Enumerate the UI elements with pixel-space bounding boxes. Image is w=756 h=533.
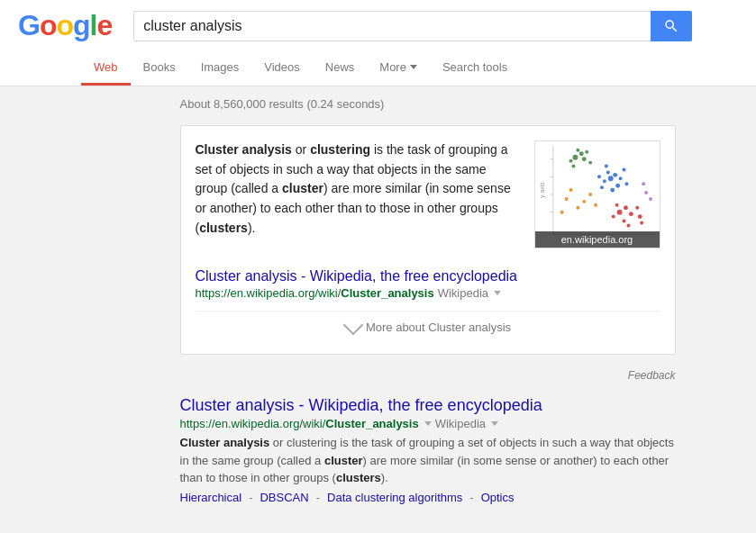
svg-point-43 [594, 203, 597, 207]
tab-videos[interactable]: Videos [251, 51, 313, 86]
result-snippet-1: Cluster analysis or clustering is the ta… [180, 434, 676, 487]
google-logo[interactable]: Google [18, 9, 112, 42]
sub-link-optics[interactable]: Optics [481, 491, 515, 504]
tab-more[interactable]: More [367, 51, 430, 86]
featured-link-url: https://en.wikipedia.org/wiki/Cluster_an… [196, 286, 660, 300]
svg-point-38 [588, 193, 592, 196]
feedback-label[interactable]: Feedback [180, 369, 676, 382]
svg-point-39 [576, 206, 579, 210]
featured-link-title[interactable]: Cluster analysis - Wikipedia, the free e… [196, 268, 660, 285]
result-sub-links: Hierarchical - DBSCAN - Data clustering … [180, 491, 676, 504]
svg-point-31 [622, 220, 625, 223]
featured-image: x axis y axis en.wikipedia.org [534, 140, 660, 248]
svg-point-16 [613, 173, 617, 177]
cluster-scatter-plot: x axis y axis en.wikipedia.org [534, 140, 660, 248]
svg-point-45 [649, 197, 652, 201]
svg-point-12 [571, 165, 575, 168]
svg-point-7 [572, 155, 578, 160]
svg-point-33 [615, 203, 618, 207]
svg-point-15 [607, 176, 613, 181]
svg-point-9 [569, 159, 572, 163]
chevron-down-icon [344, 323, 360, 332]
nav-tabs: Web Books Images Videos News More Search… [18, 51, 738, 86]
svg-point-17 [602, 179, 606, 183]
search-input[interactable] [133, 11, 651, 41]
svg-point-13 [585, 150, 588, 154]
svg-point-41 [569, 188, 572, 192]
svg-point-29 [611, 215, 615, 219]
featured-link: Cluster analysis - Wikipedia, the free e… [196, 259, 660, 300]
svg-point-40 [564, 197, 568, 201]
svg-point-18 [615, 184, 620, 188]
search-icon [663, 18, 679, 34]
svg-point-32 [635, 206, 639, 210]
svg-point-25 [597, 175, 601, 178]
svg-point-28 [624, 205, 628, 210]
image-caption: en.wikipedia.org [535, 231, 660, 248]
sub-link-data-clustering[interactable]: Data clustering algorithms [327, 491, 462, 504]
svg-point-19 [606, 170, 609, 174]
svg-point-42 [560, 211, 563, 214]
results-count: About 8,560,000 results (0.24 seconds) [81, 97, 676, 111]
svg-point-37 [582, 200, 586, 203]
result-url-dropdown-caret[interactable] [424, 421, 432, 426]
svg-point-20 [618, 176, 622, 180]
tab-images[interactable]: Images [188, 51, 252, 86]
tab-news[interactable]: News [313, 51, 368, 86]
more-about-button[interactable]: More about Cluster analysis [196, 311, 660, 339]
tab-web[interactable]: Web [81, 51, 131, 86]
svg-point-14 [588, 161, 592, 165]
result-1: Cluster analysis - Wikipedia, the free e… [180, 396, 676, 504]
svg-point-35 [626, 223, 630, 227]
svg-point-23 [622, 168, 625, 172]
wiki-dropdown-caret[interactable] [494, 291, 501, 295]
svg-point-46 [642, 182, 645, 185]
search-button[interactable] [651, 11, 692, 41]
featured-box: Cluster analysis or clustering is the ta… [180, 125, 676, 355]
featured-text: Cluster analysis or clustering is the ta… [196, 140, 520, 248]
svg-point-11 [576, 149, 579, 152]
svg-point-27 [616, 210, 622, 215]
tab-search-tools[interactable]: Search tools [430, 51, 520, 86]
result-url-1: https://en.wikipedia.org/wiki/Cluster_an… [180, 417, 676, 430]
svg-point-22 [599, 185, 603, 189]
svg-point-8 [578, 151, 583, 156]
svg-point-26 [604, 165, 607, 168]
tab-books[interactable]: Books [131, 51, 188, 86]
svg-point-34 [637, 214, 642, 219]
svg-point-44 [644, 191, 648, 194]
svg-point-21 [610, 188, 615, 193]
result-wiki-dropdown-caret[interactable] [491, 421, 498, 426]
sub-link-hierarchical[interactable]: Hierarchical [180, 491, 242, 504]
svg-text:y axis: y axis [539, 182, 546, 198]
search-bar [133, 11, 692, 41]
svg-point-36 [640, 221, 643, 225]
more-about-label: More about Cluster analysis [366, 321, 511, 334]
svg-point-24 [624, 182, 628, 185]
svg-point-30 [628, 212, 633, 216]
sub-link-dbscan[interactable]: DBSCAN [260, 491, 308, 504]
result-title-1[interactable]: Cluster analysis - Wikipedia, the free e… [180, 396, 676, 415]
more-dropdown-caret [410, 65, 417, 69]
svg-point-10 [581, 157, 586, 161]
